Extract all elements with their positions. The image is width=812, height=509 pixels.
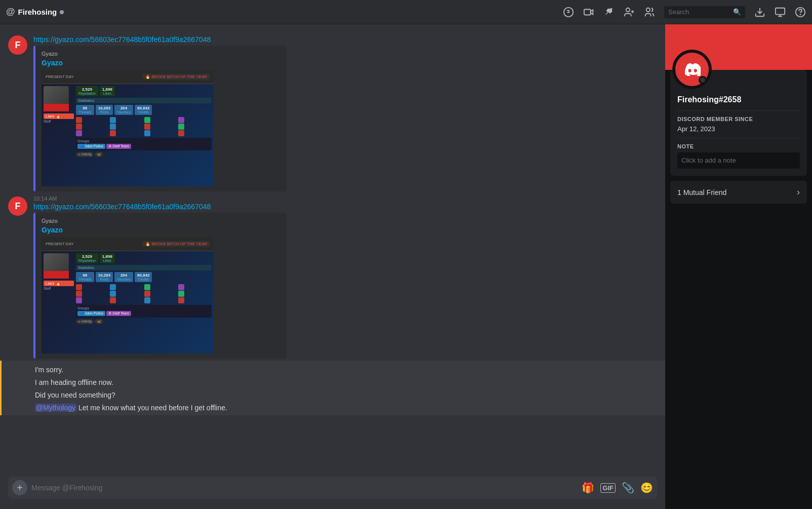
add-attachment-button[interactable]: +: [12, 480, 27, 495]
profile-username: Firehosing#2658: [677, 95, 800, 104]
profile-avatar-container: [672, 50, 712, 89]
react-button[interactable]: 😊: [613, 198, 627, 210]
gif-icon[interactable]: GIF: [600, 483, 616, 493]
embed-card-1: Gyazo Gyazo PRESENT DAY 🔥 BROKE BITCH OF…: [33, 46, 287, 191]
chat-area: F https://gyazo.com/56603ec77648b5f0fe61…: [0, 24, 665, 509]
embed-provider-1: Gyazo: [42, 51, 280, 57]
message-input-wrapper: + 🎁 GIF 📎 😊: [8, 477, 657, 499]
message-link-1[interactable]: https://gyazo.com/56603ec77648b5f0fe61a0…: [33, 35, 657, 44]
sticker-icon[interactable]: 📎: [622, 482, 634, 494]
mutual-friends-label: 1 Mutual Friend: [677, 188, 726, 197]
message-content-2: 10:14 AM https://gyazo.com/56603ec77648b…: [33, 195, 657, 359]
search-box[interactable]: 🔍: [664, 6, 745, 18]
right-panel: Firehosing#2658 DISCORD MEMBER SINCE Apr…: [665, 24, 812, 509]
profile-divider-1: [677, 110, 800, 111]
message-link-2[interactable]: https://gyazo.com/56603ec77648b5f0fe61a0…: [33, 203, 657, 211]
online-status-ring: [699, 76, 707, 84]
embed-card-2: Gyazo Gyazo PRESENT DAY 🔥 BROKE BITCH OF…: [33, 213, 287, 359]
mention: @Mythology: [35, 404, 76, 412]
embed-provider-2: Gyazo: [42, 218, 280, 224]
message-group-text: I'm sorry. I am heading offline now. Did…: [0, 361, 665, 415]
inbox-icon[interactable]: [775, 7, 786, 18]
note-area[interactable]: Click to add a note: [677, 152, 800, 169]
timestamp-2: 10:14 AM: [33, 195, 57, 202]
profile-avatar: [672, 50, 712, 89]
avatar: F: [8, 35, 27, 55]
profile-divider-2: [677, 138, 800, 138]
message-content: https://gyazo.com/56603ec77648b5f0fe61a0…: [33, 34, 657, 191]
channel-name: Firehosing: [18, 8, 57, 16]
text-message-2: I am heading offline now.: [35, 377, 657, 388]
member-since-label: DISCORD MEMBER SINCE: [677, 116, 800, 122]
discord-logo-icon: [683, 63, 701, 76]
main-layout: F https://gyazo.com/56603ec77648b5f0fe61…: [0, 24, 812, 509]
channel-hash: @: [6, 7, 15, 17]
svg-rect-7: [776, 8, 785, 14]
mutual-friends[interactable]: 1 Mutual Friend ›: [670, 181, 807, 204]
add-friend-icon[interactable]: [624, 7, 635, 18]
text-after-mention: Let me know what you need before I get o…: [78, 404, 227, 412]
download-icon[interactable]: [754, 7, 765, 18]
topbar: @ Firehosing 🔍: [0, 0, 812, 24]
reply-button[interactable]: ↩: [629, 198, 639, 210]
search-icon: 🔍: [733, 8, 741, 16]
note-label: NOTE: [677, 143, 800, 149]
message-group-2: F 10:14 AM https://gyazo.com/56603ec7764…: [0, 193, 665, 361]
member-since-value: Apr 12, 2023: [677, 125, 800, 133]
help-icon[interactable]: [795, 7, 806, 18]
svg-point-5: [646, 8, 650, 11]
message-header-2: 10:14 AM: [33, 195, 657, 202]
message-input-area: + 🎁 GIF 📎 😊: [0, 477, 665, 509]
message-content-text: I'm sorry. I am heading offline now. Did…: [35, 363, 657, 413]
svg-point-2: [626, 8, 630, 11]
more-button[interactable]: ⋯: [641, 198, 654, 210]
input-actions: 🎁 GIF 📎 😊: [582, 482, 653, 494]
channel-title: @ Firehosing: [6, 7, 64, 17]
svg-rect-1: [584, 9, 591, 15]
gift-icon[interactable]: 🎁: [582, 482, 594, 494]
text-message-4: @Mythology Let me know what you need bef…: [35, 403, 657, 413]
svg-point-9: [800, 14, 801, 15]
embed-title-1: Gyazo: [42, 59, 280, 67]
messages-container[interactable]: F https://gyazo.com/56603ec77648b5f0fe61…: [0, 24, 665, 477]
text-message-3: Did you need something?: [35, 390, 657, 401]
video-icon[interactable]: [583, 7, 594, 18]
emoji-icon[interactable]: 😊: [640, 482, 653, 494]
pin-icon[interactable]: [603, 7, 615, 18]
embed-image-1: PRESENT DAY 🔥 BROKE BITCH OF THE YEAR Li…: [42, 70, 214, 186]
channel-status-dot: [60, 10, 64, 14]
topbar-icons: 🔍: [563, 6, 806, 18]
message-input[interactable]: [31, 480, 578, 496]
embed-image-2: PRESENT DAY 🔥 BROKE BITCH OF THE YEAR Li…: [42, 237, 214, 354]
search-input[interactable]: [668, 8, 730, 16]
message-group: F https://gyazo.com/56603ec77648b5f0fe61…: [0, 32, 665, 193]
profile-banner: [665, 24, 812, 70]
avatar-2: F: [8, 197, 27, 216]
embed-title-2: Gyazo: [42, 226, 280, 234]
call-icon[interactable]: [563, 7, 574, 18]
mutual-friends-arrow-icon: ›: [797, 187, 800, 198]
member-list-icon[interactable]: [644, 7, 655, 18]
text-message-1: I'm sorry.: [35, 365, 657, 375]
